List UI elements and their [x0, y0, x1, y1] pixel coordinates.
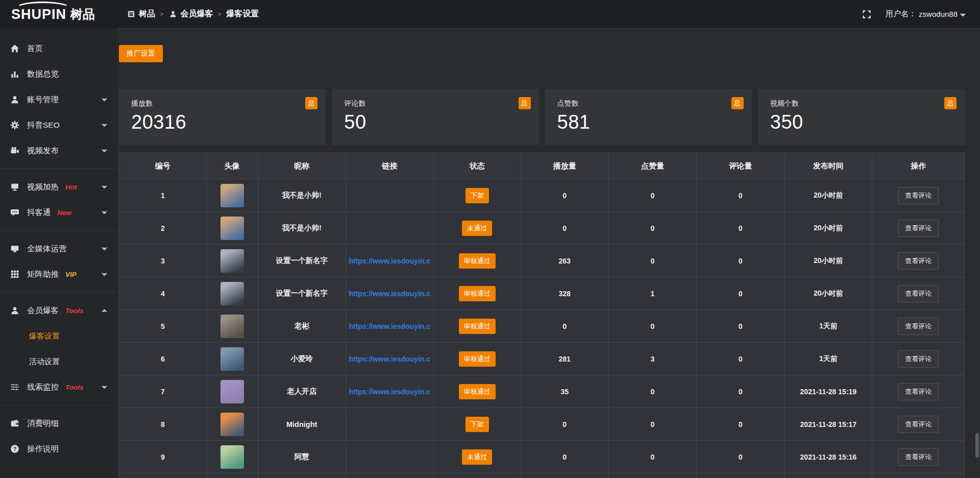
sidebar-subitem-爆客设置[interactable]: 爆客设置 — [0, 323, 117, 349]
view-comments-button[interactable]: 查看评论 — [898, 252, 939, 270]
avatar — [220, 347, 244, 371]
sidebar-item-视频加热[interactable]: 视频加热Hot — [0, 174, 117, 200]
cell-plays: 263 — [521, 245, 608, 277]
app-logo[interactable]: SHUPIN 树品 — [0, 0, 117, 29]
cell-comments: 0 — [697, 375, 785, 408]
cell-avatar — [206, 245, 258, 277]
status-badge: 审核通过 — [459, 384, 496, 399]
total-badge: 总 — [944, 97, 957, 109]
cell-nickname: Midnight — [258, 408, 346, 441]
table-row: 1我不是小帅!下架00020小时前查看评论 — [119, 179, 965, 212]
promotion-settings-button[interactable]: 推广设置 — [119, 45, 163, 62]
cell-avatar — [206, 212, 258, 245]
table-row: 7老人开店https://www.iesdouyin.c审核通过35002021… — [119, 375, 965, 408]
cell-status: 下架 — [434, 408, 521, 441]
svg-text:?: ? — [13, 446, 17, 452]
cell-avatar — [206, 408, 258, 441]
sidebar-item-label: 矩阵助推 — [27, 269, 59, 280]
cell-id: 6 — [119, 343, 207, 375]
sidebar-item-badge: Hot — [65, 183, 77, 191]
chevron-down-icon — [960, 13, 966, 17]
view-comments-button[interactable]: 查看评论 — [898, 285, 939, 302]
profile-link[interactable]: https://www.iesdouyin.c — [349, 388, 431, 396]
fullscreen-icon[interactable] — [862, 10, 871, 19]
sidebar-item-首页[interactable]: 首页 — [0, 36, 117, 61]
sidebar-item-抖音SEO[interactable]: 抖音SEO — [0, 112, 117, 138]
chat-icon — [10, 208, 19, 217]
chevron-down-icon — [102, 185, 107, 189]
cell-comments: 0 — [697, 343, 785, 375]
profile-link[interactable]: https://www.iesdouyin.c — [349, 322, 431, 330]
sidebar-item-会员爆客[interactable]: 会员爆客Tools — [0, 298, 117, 323]
view-comments-button[interactable]: 查看评论 — [898, 187, 939, 204]
table-row: 3设置一个新名字https://www.iesdouyin.c审核通过26300… — [119, 245, 965, 277]
cell-status: 审核通过 — [434, 245, 521, 277]
sidebar-item-视频发布[interactable]: 视频发布 — [0, 138, 117, 163]
cell-empty — [608, 473, 696, 478]
accounts-table-wrap: 编号头像昵称链接状态播放量点赞量评论量发布时间操作 1我不是小帅!下架00020… — [119, 153, 965, 478]
nickname-text: Midnight — [286, 420, 317, 428]
sidebar-subitem-活动设置[interactable]: 活动设置 — [0, 349, 117, 374]
chevron-down-icon — [102, 247, 107, 251]
sidebar-item-数据总览[interactable]: 数据总览 — [0, 61, 117, 87]
cell-link: https://www.iesdouyin.c — [346, 245, 433, 277]
cell-publish-time: 1天前 — [785, 310, 872, 343]
main-content: 推广设置 播放数20316总评论数50总点赞数581总视频个数350总 编号头像… — [117, 29, 980, 478]
view-comments-button[interactable]: 查看评论 — [898, 318, 939, 335]
sidebar-item-抖客通[interactable]: 抖客通New — [0, 200, 117, 225]
breadcrumb-item-member[interactable]: 会员爆客 — [168, 9, 213, 19]
cell-status: 审核通过 — [434, 375, 521, 408]
view-comments-button[interactable]: 查看评论 — [898, 383, 939, 400]
view-comments-button[interactable]: 查看评论 — [898, 220, 939, 237]
sidebar-divider — [0, 405, 117, 405]
cell-likes: 0 — [608, 441, 696, 473]
profile-link[interactable]: https://www.iesdouyin.c — [349, 290, 431, 298]
stats-row: 播放数20316总评论数50总点赞数581总视频个数350总 — [119, 89, 965, 145]
nickname-text: 设置一个新名字 — [276, 256, 328, 265]
view-comments-button[interactable]: 查看评论 — [898, 350, 939, 368]
sidebar-divider — [0, 169, 117, 169]
person-icon — [168, 10, 178, 18]
cell-avatar — [206, 473, 258, 478]
view-comments-button[interactable]: 查看评论 — [898, 448, 939, 466]
cell-id: 4 — [119, 277, 207, 310]
cell-nickname: 阿慧 — [258, 441, 346, 473]
sidebar-item-操作说明[interactable]: ?操作说明 — [0, 436, 117, 462]
cell-publish-time: 1天前 — [785, 343, 872, 375]
status-badge: 未通过 — [462, 221, 492, 236]
cell-action: 查看评论 — [872, 375, 965, 408]
display-icon — [10, 182, 19, 192]
sidebar-nav: 首页数据总览账号管理抖音SEO视频发布视频加热Hot抖客通New全媒体运营矩阵助… — [0, 29, 117, 478]
view-comments-button[interactable]: 查看评论 — [898, 416, 939, 433]
sidebar-item-账号管理[interactable]: 账号管理 — [0, 87, 117, 112]
cell-likes: 0 — [608, 212, 696, 245]
cell-publish-time: 20小时前 — [785, 212, 872, 245]
sidebar-item-消费明细[interactable]: 消费明细 — [0, 411, 117, 436]
sidebar-item-矩阵助推[interactable]: 矩阵助推VIP — [0, 261, 117, 287]
stat-card-点赞数: 点赞数581总 — [545, 89, 752, 145]
dashboard-icon — [127, 10, 136, 18]
sidebar-item-线索监控[interactable]: 线索监控Tools — [0, 374, 117, 400]
status-badge: 审核通过 — [459, 319, 496, 334]
member-icon — [10, 306, 19, 315]
column-header-状态: 状态 — [434, 153, 521, 179]
cell-likes: 0 — [608, 179, 696, 212]
sidebar-item-全媒体运营[interactable]: 全媒体运营 — [0, 236, 117, 261]
chevron-up-icon — [102, 309, 107, 313]
cell-avatar — [206, 310, 258, 343]
scrollbar-thumb[interactable] — [975, 433, 979, 458]
cell-link — [346, 179, 433, 212]
cell-plays: 0 — [521, 310, 608, 343]
cell-status: 未通过 — [434, 441, 521, 473]
profile-link[interactable]: https://www.iesdouyin.c — [349, 257, 431, 265]
cell-avatar — [206, 375, 258, 408]
cell-plays: 328 — [521, 277, 608, 310]
profile-link[interactable]: https://www.iesdouyin.c — [349, 355, 431, 363]
stat-card-label: 评论数 — [344, 99, 526, 108]
avatar — [220, 249, 244, 273]
cell-publish-time: 2021-11-28 15:19 — [785, 375, 872, 408]
breadcrumb-item-home[interactable]: 树品 — [127, 9, 155, 19]
stat-card-label: 视频个数 — [770, 99, 952, 108]
user-menu[interactable]: 用户名：zswodun88 — [886, 9, 966, 19]
table-row: 2我不是小帅!未通过00020小时前查看评论 — [119, 212, 965, 245]
